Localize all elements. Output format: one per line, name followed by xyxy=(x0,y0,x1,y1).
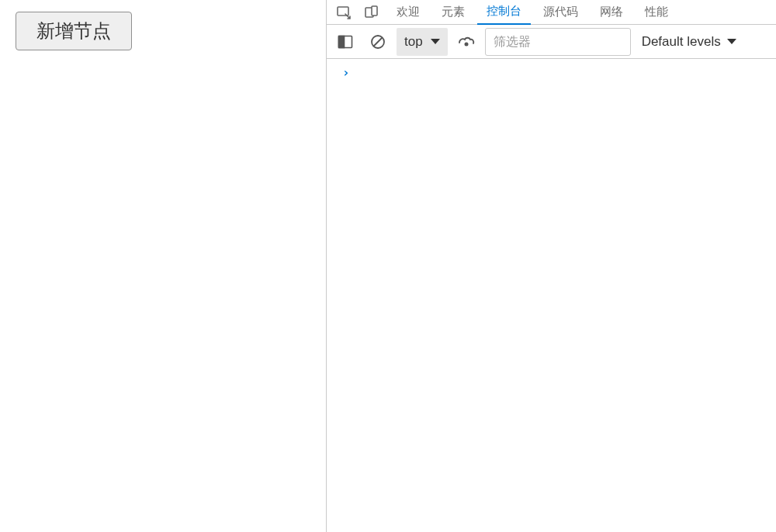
svg-line-6 xyxy=(374,37,383,46)
context-selector-label: top xyxy=(404,34,423,50)
console-toolbar: top Default levels xyxy=(327,25,776,59)
filter-input[interactable] xyxy=(485,28,631,56)
tab-network[interactable]: 网络 xyxy=(591,0,632,25)
log-level-label: Default levels xyxy=(642,34,721,50)
chevron-down-icon xyxy=(431,39,440,44)
svg-rect-4 xyxy=(339,36,345,47)
log-level-selector[interactable]: Default levels xyxy=(636,28,736,56)
toggle-sidebar-icon[interactable] xyxy=(331,28,359,56)
page-content: 新增节点 xyxy=(0,0,326,532)
tab-sources-label: 源代码 xyxy=(543,5,578,19)
device-toolbar-icon[interactable] xyxy=(359,0,384,25)
chevron-down-icon xyxy=(727,39,736,44)
context-selector[interactable]: top xyxy=(397,28,448,56)
tab-elements-label: 元素 xyxy=(442,5,465,19)
inspect-element-icon[interactable] xyxy=(331,0,356,25)
tab-console[interactable]: 控制台 xyxy=(477,0,531,25)
tab-elements[interactable]: 元素 xyxy=(432,0,474,25)
svg-point-7 xyxy=(464,42,468,46)
add-node-button-label: 新增节点 xyxy=(36,19,111,43)
tab-welcome[interactable]: 欢迎 xyxy=(387,0,429,25)
devtools-tab-bar: 欢迎 元素 控制台 源代码 网络 性能 xyxy=(327,0,776,25)
tab-sources[interactable]: 源代码 xyxy=(534,0,587,25)
add-node-button[interactable]: 新增节点 xyxy=(16,12,132,50)
clear-console-icon[interactable] xyxy=(364,28,392,56)
svg-rect-2 xyxy=(372,6,377,16)
tab-welcome-label: 欢迎 xyxy=(397,5,420,19)
live-expression-icon[interactable] xyxy=(452,28,480,56)
console-output[interactable]: › xyxy=(327,59,776,532)
tab-performance-label: 性能 xyxy=(645,5,668,19)
svg-rect-0 xyxy=(338,7,348,16)
tab-console-label: 控制台 xyxy=(487,4,521,19)
tab-network-label: 网络 xyxy=(600,5,623,19)
tab-performance[interactable]: 性能 xyxy=(636,0,677,25)
console-prompt-icon: › xyxy=(342,65,350,80)
devtools-panel: 欢迎 元素 控制台 源代码 网络 性能 xyxy=(326,0,776,532)
